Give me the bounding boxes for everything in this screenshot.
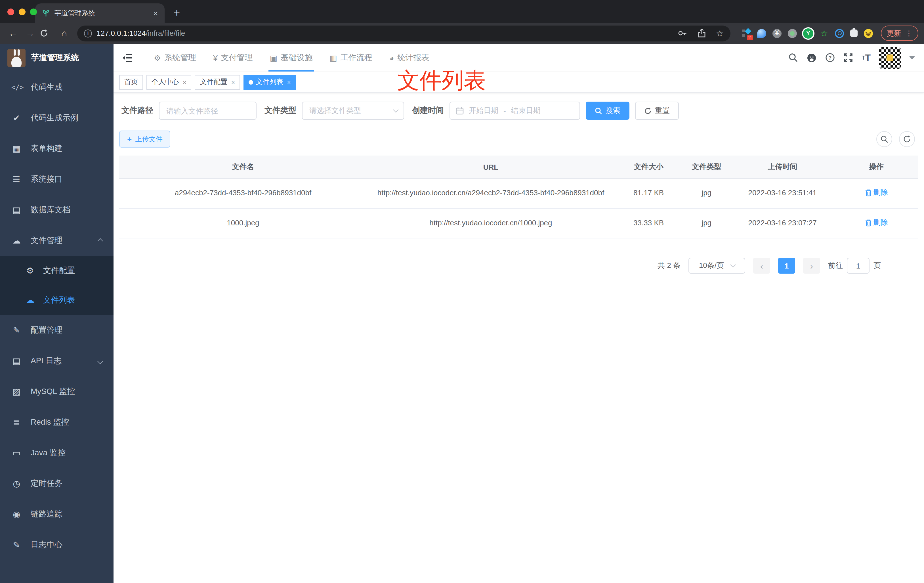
file-type-select[interactable]: 请选择文件类型 xyxy=(302,102,404,120)
update-label: 更新 xyxy=(886,28,901,38)
sidebar-item-form-builder[interactable]: ▦表单构建 xyxy=(0,134,114,164)
sidebar-item-code-demo[interactable]: ✔代码生成示例 xyxy=(0,103,114,134)
sidebar-item-file-manage[interactable]: ☁文件管理 xyxy=(0,225,114,256)
sidebar-item-redis-monitor[interactable]: ≣Redis 监控 xyxy=(0,407,114,438)
delete-button[interactable]: 删除 xyxy=(865,187,888,199)
cell-upload-time: 2022-03-16 23:07:27 xyxy=(731,208,834,238)
nav-workflow[interactable]: ▥工作流程 xyxy=(321,44,381,71)
avatar-caret-icon[interactable] xyxy=(909,56,915,59)
tag-file-list[interactable]: 文件列表× xyxy=(244,74,296,89)
forward-icon[interactable]: → xyxy=(23,29,38,38)
jump-page-input[interactable] xyxy=(847,258,870,274)
extension-star-icon[interactable]: ☆ xyxy=(820,29,829,38)
browser-update-menu[interactable]: 更新 ⋮ xyxy=(881,26,918,41)
upload-file-button[interactable]: + 上传文件 xyxy=(119,130,170,148)
main-area: ⚙系统管理 ¥支付管理 ▣基础设施 ▥工作流程 ◕统计报表 ? xyxy=(114,44,924,583)
password-key-icon[interactable] xyxy=(677,28,687,38)
date-end-placeholder: 结束日期 xyxy=(511,106,541,116)
extensions-puzzle-icon[interactable] xyxy=(850,30,858,37)
tag-file-config[interactable]: 文件配置× xyxy=(195,74,240,89)
file-path-input[interactable] xyxy=(159,102,257,120)
share-icon[interactable] xyxy=(697,28,706,38)
extension-grid-diamond-icon[interactable]: 11 xyxy=(742,29,751,38)
doc-edit-icon: ▤ xyxy=(12,356,21,366)
delete-button[interactable]: 删除 xyxy=(865,216,888,228)
jump-prefix: 前往 xyxy=(828,261,843,271)
extension-command-icon[interactable]: ⌘ xyxy=(772,29,782,38)
sidebar-item-file-list[interactable]: ☁文件列表 xyxy=(0,286,114,315)
sidebar-submenu-file: ⚙文件配置 ☁文件列表 xyxy=(0,256,114,315)
nav-system-manage[interactable]: ⚙系统管理 xyxy=(145,44,205,71)
tag-profile[interactable]: 个人中心× xyxy=(147,74,191,89)
search-button[interactable]: 搜索 xyxy=(586,102,629,120)
col-file-name: 文件名 xyxy=(119,155,367,178)
extension-emoji-icon[interactable] xyxy=(864,29,873,38)
avatar[interactable] xyxy=(879,47,901,68)
page-1-button[interactable]: 1 xyxy=(778,258,795,274)
svg-text:?: ? xyxy=(829,55,832,61)
sidebar-item-system-api[interactable]: ☰系统接口 xyxy=(0,164,114,195)
close-window-button[interactable] xyxy=(7,8,14,15)
address-bar[interactable]: i 127.0.0.1:1024/infra/file/file ☆ xyxy=(77,25,731,41)
minimize-window-button[interactable] xyxy=(19,8,26,15)
bookmark-star-icon[interactable]: ☆ xyxy=(716,28,724,38)
prev-page-button[interactable]: ‹ xyxy=(753,258,770,274)
extension-eye-icon[interactable] xyxy=(835,29,844,38)
toggle-search-button[interactable] xyxy=(876,131,892,147)
jump-suffix: 页 xyxy=(873,261,881,271)
search-icon[interactable] xyxy=(788,53,798,63)
help-icon[interactable]: ? xyxy=(825,53,835,63)
sidebar-item-file-config[interactable]: ⚙文件配置 xyxy=(0,256,114,286)
sidebar-item-cron-job[interactable]: ◷定时任务 xyxy=(0,468,114,499)
col-url: URL xyxy=(367,155,615,178)
reload-icon[interactable] xyxy=(40,29,54,38)
doc-edit-icon: ✎ xyxy=(12,540,21,550)
nav-pay-manage[interactable]: ¥支付管理 xyxy=(205,44,261,71)
new-tab-button[interactable]: + xyxy=(174,7,180,18)
fullscreen-icon[interactable] xyxy=(843,53,853,63)
sidebar-item-trace[interactable]: ◉链路追踪 xyxy=(0,499,114,530)
tab-close-icon[interactable]: × xyxy=(153,9,158,17)
chevron-down-icon xyxy=(97,358,103,364)
extension-y-icon[interactable]: Y xyxy=(803,28,813,38)
app-title: 芋道管理系统 xyxy=(31,53,79,63)
tab-title: 芋道管理系统 xyxy=(54,8,149,18)
sidebar-item-config-manage[interactable]: ✎配置管理 xyxy=(0,315,114,346)
tag-home[interactable]: 首页 xyxy=(119,74,143,89)
sidebar-item-code-gen[interactable]: </>代码生成 xyxy=(0,72,114,103)
back-icon[interactable]: ← xyxy=(6,29,20,38)
site-info-icon[interactable]: i xyxy=(84,29,92,37)
browser-tab[interactable]: 芋道管理系统 × xyxy=(35,3,165,23)
table-row: 1000.jpeg http://test.yudao.iocoder.cn/1… xyxy=(119,208,918,238)
app-logo: 芋道管理系统 xyxy=(0,44,114,72)
sidebar-item-db-doc[interactable]: ▤数据库文档 xyxy=(0,195,114,225)
next-page-button[interactable]: › xyxy=(803,258,820,274)
reset-button[interactable]: 重置 xyxy=(635,102,679,120)
col-upload-time: 上传时间 xyxy=(731,155,834,178)
col-file-type: 文件类型 xyxy=(683,155,731,178)
monitor-icon: ▭ xyxy=(12,448,21,458)
sidebar-item-log-center[interactable]: ✎日志中心 xyxy=(0,530,114,560)
file-path-label: 文件路径 xyxy=(122,106,153,116)
zoom-window-button[interactable] xyxy=(30,8,37,15)
extension-icons: 11 ⌘ Y ☆ xyxy=(742,28,873,38)
extension-record-icon[interactable] xyxy=(788,29,797,38)
sidebar-item-api-log[interactable]: ▤API 日志 xyxy=(0,346,114,377)
dashboard-icon: ◕ xyxy=(389,53,394,62)
extension-pin-icon[interactable] xyxy=(757,29,766,38)
close-icon[interactable]: × xyxy=(231,79,235,86)
col-actions: 操作 xyxy=(834,155,918,178)
nav-report[interactable]: ◕统计报表 xyxy=(381,44,438,71)
page-size-select[interactable]: 10条/页 xyxy=(688,258,745,274)
close-icon[interactable]: × xyxy=(287,79,291,86)
nav-infrastructure[interactable]: ▣基础设施 xyxy=(261,44,321,71)
font-size-icon[interactable] xyxy=(861,53,871,63)
refresh-table-button[interactable] xyxy=(899,131,915,147)
home-icon[interactable]: ⌂ xyxy=(57,29,71,38)
sidebar-item-mysql-monitor[interactable]: ▨MySQL 监控 xyxy=(0,377,114,407)
close-icon[interactable]: × xyxy=(183,79,186,86)
sidebar-item-java-monitor[interactable]: ▭Java 监控 xyxy=(0,438,114,468)
date-range-picker[interactable]: 开始日期 - 结束日期 xyxy=(449,102,580,120)
collapse-sidebar-icon[interactable] xyxy=(122,53,133,62)
github-icon[interactable] xyxy=(807,53,817,63)
